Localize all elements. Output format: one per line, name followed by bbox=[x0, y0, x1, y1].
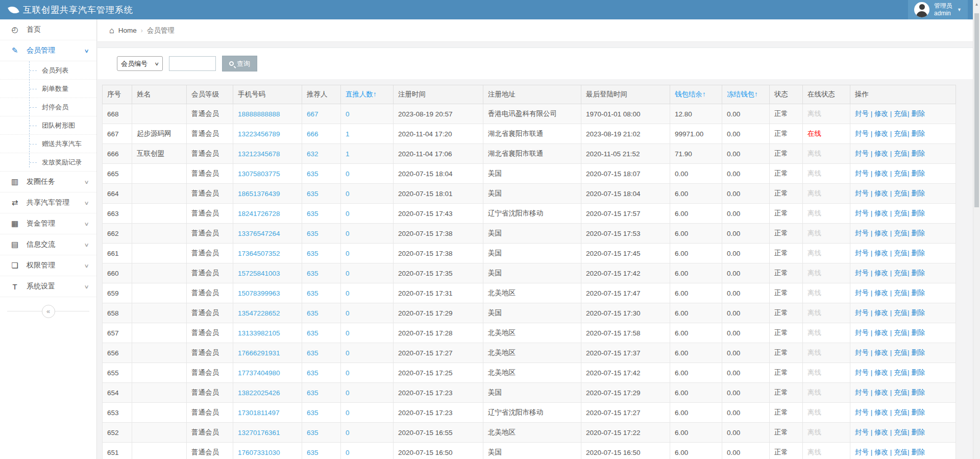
sidebar-item-system-settings[interactable]: T系统设置∨ bbox=[0, 276, 96, 297]
action-recharge-link[interactable]: 充值 bbox=[894, 329, 908, 336]
action-edit-link[interactable]: 修改 bbox=[874, 130, 888, 137]
action-recharge-link[interactable]: 充值 bbox=[894, 170, 908, 177]
sidebar-item-order-count[interactable]: 刷单数量 bbox=[0, 80, 96, 98]
page-scrollbar[interactable]: ▲ bbox=[973, 0, 980, 459]
direct-count-link[interactable]: 0 bbox=[346, 449, 350, 456]
action-recharge-link[interactable]: 充值 bbox=[894, 209, 908, 217]
action-ban-link[interactable]: 封号 bbox=[855, 428, 869, 436]
action-ban-link[interactable]: 封号 bbox=[855, 289, 869, 297]
action-ban-link[interactable]: 封号 bbox=[855, 309, 869, 317]
phone-link[interactable]: 17364507352 bbox=[238, 250, 280, 257]
referrer-link[interactable]: 635 bbox=[307, 389, 318, 397]
action-recharge-link[interactable]: 充值 bbox=[894, 448, 908, 456]
action-edit-link[interactable]: 修改 bbox=[874, 150, 888, 157]
sidebar-item-member-list[interactable]: 会员列表 bbox=[0, 61, 96, 80]
direct-count-link[interactable]: 0 bbox=[346, 329, 350, 337]
sidebar-item-home[interactable]: ◴首页 bbox=[0, 19, 96, 40]
action-ban-link[interactable]: 封号 bbox=[855, 130, 869, 137]
referrer-link[interactable]: 635 bbox=[307, 289, 318, 297]
referrer-link[interactable]: 635 bbox=[307, 210, 318, 218]
direct-count-link[interactable]: 0 bbox=[346, 369, 350, 377]
direct-count-link[interactable]: 0 bbox=[346, 409, 350, 417]
action-edit-link[interactable]: 修改 bbox=[874, 170, 888, 177]
direct-count-link[interactable]: 0 bbox=[346, 429, 350, 437]
referrer-link[interactable]: 635 bbox=[307, 349, 318, 357]
action-ban-link[interactable]: 封号 bbox=[855, 110, 869, 117]
action-recharge-link[interactable]: 充值 bbox=[894, 110, 908, 117]
user-menu[interactable]: 管理员 admin ▼ bbox=[908, 0, 968, 19]
action-delete-link[interactable]: 删除 bbox=[911, 110, 925, 117]
direct-count-link[interactable]: 0 bbox=[346, 349, 350, 357]
breadcrumb-home[interactable]: Home bbox=[118, 27, 137, 34]
action-delete-link[interactable]: 删除 bbox=[911, 269, 925, 277]
referrer-link[interactable]: 635 bbox=[307, 309, 318, 317]
action-ban-link[interactable]: 封号 bbox=[855, 209, 869, 217]
action-recharge-link[interactable]: 充值 bbox=[894, 408, 908, 416]
referrer-link[interactable]: 635 bbox=[307, 270, 318, 277]
action-recharge-link[interactable]: 充值 bbox=[894, 428, 908, 436]
action-recharge-link[interactable]: 充值 bbox=[894, 369, 908, 376]
sidebar-item-info-exchange[interactable]: ▤信息交流∨ bbox=[0, 234, 96, 255]
search-input[interactable] bbox=[169, 56, 216, 71]
sidebar-item-ban-member[interactable]: 封停会员 bbox=[0, 98, 96, 116]
action-edit-link[interactable]: 修改 bbox=[874, 329, 888, 336]
action-recharge-link[interactable]: 充值 bbox=[894, 389, 908, 396]
sidebar-item-permission-management[interactable]: ❏权限管理∨ bbox=[0, 255, 96, 276]
direct-count-link[interactable]: 0 bbox=[346, 389, 350, 397]
direct-count-link[interactable]: 0 bbox=[346, 230, 350, 237]
action-edit-link[interactable]: 修改 bbox=[874, 209, 888, 217]
phone-link[interactable]: 13822025426 bbox=[238, 389, 280, 397]
referrer-link[interactable]: 635 bbox=[307, 429, 318, 437]
action-delete-link[interactable]: 删除 bbox=[911, 130, 925, 137]
action-recharge-link[interactable]: 充值 bbox=[894, 269, 908, 277]
phone-link[interactable]: 17666291931 bbox=[238, 349, 280, 357]
action-delete-link[interactable]: 删除 bbox=[911, 189, 925, 197]
action-delete-link[interactable]: 删除 bbox=[911, 389, 925, 396]
direct-count-link[interactable]: 0 bbox=[346, 270, 350, 277]
direct-count-link[interactable]: 0 bbox=[346, 250, 350, 257]
phone-link[interactable]: 18888888888 bbox=[238, 110, 280, 118]
sidebar-item-shared-car-management[interactable]: ⇄共享汽车管理∨ bbox=[0, 192, 96, 213]
direct-count-link[interactable]: 0 bbox=[346, 309, 350, 317]
direct-count-link[interactable]: 1 bbox=[346, 150, 350, 158]
referrer-link[interactable]: 635 bbox=[307, 170, 318, 178]
action-edit-link[interactable]: 修改 bbox=[874, 428, 888, 436]
action-edit-link[interactable]: 修改 bbox=[874, 110, 888, 117]
action-recharge-link[interactable]: 充值 bbox=[894, 249, 908, 257]
action-ban-link[interactable]: 封号 bbox=[855, 189, 869, 197]
sidebar-item-funds-management[interactable]: ▦资金管理∨ bbox=[0, 213, 96, 234]
action-edit-link[interactable]: 修改 bbox=[874, 289, 888, 297]
action-edit-link[interactable]: 修改 bbox=[874, 389, 888, 396]
action-ban-link[interactable]: 封号 bbox=[855, 369, 869, 376]
referrer-link[interactable]: 666 bbox=[307, 130, 318, 138]
column-header-5[interactable]: 直推人数↑ bbox=[341, 85, 394, 104]
action-edit-link[interactable]: 修改 bbox=[874, 448, 888, 456]
sidebar-item-reward-records[interactable]: 发放奖励记录 bbox=[0, 153, 96, 172]
action-edit-link[interactable]: 修改 bbox=[874, 249, 888, 257]
referrer-link[interactable]: 635 bbox=[307, 449, 318, 456]
action-delete-link[interactable]: 删除 bbox=[911, 209, 925, 217]
phone-link[interactable]: 13223456789 bbox=[238, 130, 280, 138]
sidebar-item-moments-tasks[interactable]: ▥发圈任务∨ bbox=[0, 172, 96, 192]
phone-link[interactable]: 13212345678 bbox=[238, 150, 280, 158]
action-ban-link[interactable]: 封号 bbox=[855, 269, 869, 277]
phone-link[interactable]: 17301811497 bbox=[238, 409, 280, 417]
direct-count-link[interactable]: 0 bbox=[346, 170, 350, 178]
phone-link[interactable]: 13376547264 bbox=[238, 230, 280, 237]
phone-link[interactable]: 13547228652 bbox=[238, 309, 280, 317]
referrer-link[interactable]: 635 bbox=[307, 369, 318, 377]
direct-count-link[interactable]: 1 bbox=[346, 130, 350, 138]
action-edit-link[interactable]: 修改 bbox=[874, 408, 888, 416]
action-recharge-link[interactable]: 充值 bbox=[894, 289, 908, 297]
action-edit-link[interactable]: 修改 bbox=[874, 189, 888, 197]
referrer-link[interactable]: 635 bbox=[307, 250, 318, 257]
sidebar-item-member-management[interactable]: ✎会员管理∨ bbox=[0, 40, 96, 61]
phone-link[interactable]: 17607331030 bbox=[238, 449, 280, 456]
phone-link[interactable]: 13270176361 bbox=[238, 429, 280, 437]
direct-count-link[interactable]: 0 bbox=[346, 110, 350, 118]
search-field-select[interactable]: 会员编号 ∨ bbox=[117, 56, 163, 71]
action-ban-link[interactable]: 封号 bbox=[855, 389, 869, 396]
column-header-10[interactable]: 冻结钱包↑ bbox=[722, 85, 770, 104]
action-recharge-link[interactable]: 充值 bbox=[894, 349, 908, 356]
phone-link[interactable]: 13075803775 bbox=[238, 170, 280, 178]
